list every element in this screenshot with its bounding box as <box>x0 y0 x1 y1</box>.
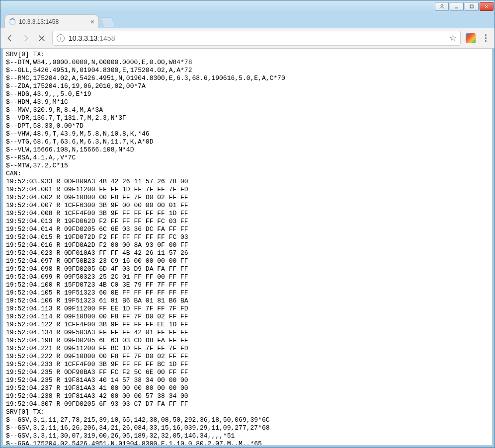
close-button[interactable] <box>480 2 494 11</box>
chrome-menu-button[interactable] <box>481 33 491 43</box>
site-info-icon[interactable]: i <box>57 34 65 42</box>
user-button[interactable] <box>435 2 449 11</box>
browser-tab[interactable]: 10.3.3.13:1458 × <box>4 14 99 28</box>
page-content-scroll[interactable]: SRV[0] TX: $--DTM,W84,,0000.0000,N,00000… <box>3 49 492 445</box>
forward-button <box>20 33 31 44</box>
new-tab-button[interactable] <box>100 17 115 27</box>
svg-rect-2 <box>470 5 473 8</box>
maximize-button[interactable] <box>465 2 479 11</box>
tab-title: 10.3.3.13:1458 <box>19 18 87 25</box>
minimize-button[interactable] <box>450 2 464 11</box>
back-button[interactable] <box>4 33 15 44</box>
url-port: :1458 <box>97 34 115 42</box>
svg-point-0 <box>441 4 443 6</box>
stop-button[interactable] <box>36 33 47 44</box>
extension-icon[interactable] <box>466 33 476 43</box>
bookmark-star-icon[interactable]: ☆ <box>449 33 456 43</box>
titlebar <box>0 0 495 12</box>
viewport: SRV[0] TX: $--DTM,W84,,0000.0000,N,00000… <box>2 48 493 446</box>
tab-strip: 10.3.3.13:1458 × <box>0 12 495 28</box>
url-host: 10.3.3.13 <box>69 34 97 42</box>
toolbar: i 10.3.3.13:1458 ☆ <box>0 28 495 48</box>
url-text: 10.3.3.13:1458 <box>69 34 115 42</box>
address-bar[interactable]: i 10.3.3.13:1458 ☆ <box>52 31 461 46</box>
page-body-text: SRV[0] TX: $--DTM,W84,,0000.0000,N,00000… <box>3 49 492 445</box>
loading-spinner-icon <box>9 18 16 25</box>
browser-window: 10.3.3.13:1458 × i 10.3.3.13:1458 ☆ SRV[… <box>0 0 495 448</box>
tab-close-icon[interactable]: × <box>90 18 94 25</box>
